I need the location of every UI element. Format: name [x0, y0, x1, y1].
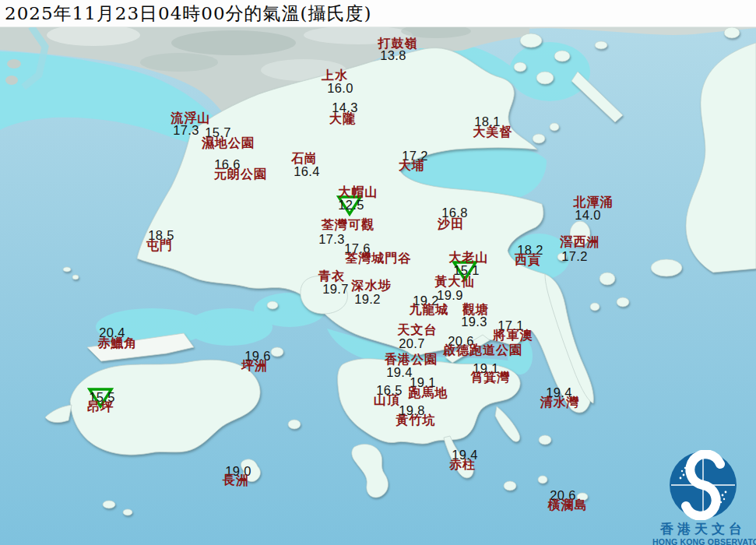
station-label: 石崗 — [291, 153, 318, 165]
station-label: 大埔 — [399, 160, 425, 172]
station-label: 昂坪 — [87, 401, 114, 413]
station-value: 19.7 — [322, 283, 348, 296]
station-label: 筲箕灣 — [471, 371, 511, 384]
hong-kong-map — [0, 0, 756, 545]
station-label: 黃大仙 — [435, 276, 475, 288]
station-label: 黃竹坑 — [396, 414, 436, 427]
station-label: 啟德跑道公園 — [443, 344, 522, 357]
station-value: 19.4 — [386, 366, 412, 379]
station-label: 屯門 — [146, 240, 173, 252]
station-label: 西貢 — [515, 254, 541, 266]
station-label: 荃灣可觀 — [322, 219, 374, 231]
station-label: 將軍澳 — [494, 329, 533, 342]
station-label: 天文台 — [398, 324, 438, 336]
station-label: 流浮山 — [171, 112, 211, 125]
station-label: 跑馬地 — [409, 387, 448, 399]
station-label: 打鼓嶺 — [378, 37, 418, 50]
hko-logo-name-en: HONG KONG OBSERVATORY — [652, 537, 754, 545]
station-value: 16.0 — [327, 82, 353, 95]
station-label: 沙田 — [438, 218, 464, 230]
station-value: 17.2 — [561, 250, 587, 263]
station-value: 14.0 — [575, 209, 600, 222]
station-label: 北潭涌 — [574, 196, 614, 209]
station-label: 青衣 — [318, 270, 345, 283]
station-value: 17.3 — [318, 233, 344, 246]
station-label: 山頂 — [374, 394, 400, 406]
map-svg — [0, 0, 756, 545]
station-label: 香港公園 — [385, 353, 438, 366]
station-label: 橫瀾島 — [548, 499, 588, 512]
station-value: 19.2 — [354, 293, 380, 306]
station-value: 16.4 — [294, 165, 319, 178]
station-label: 大隴 — [329, 113, 356, 125]
station-label: 上水 — [322, 69, 348, 82]
hko-logo: 香港天文台 HONG KONG OBSERVATORY — [652, 450, 754, 545]
station-label: 大帽山 — [339, 186, 378, 199]
station-label: 濕地公園 — [202, 137, 255, 149]
station-label: 觀塘 — [462, 304, 489, 316]
station-label: 荃灣城門谷 — [346, 252, 412, 265]
hko-logo-icon — [668, 450, 738, 520]
station-value: 13.8 — [380, 49, 406, 62]
temperature-map-screen: 2025年11月23日04時00分的氣溫(攝氏度) 13.8打鼓嶺16.0上水1… — [0, 0, 756, 545]
station-label: 赤柱 — [449, 459, 476, 471]
station-label: 滘西洲 — [561, 236, 600, 248]
hko-logo-name-cn: 香港天文台 — [652, 522, 754, 537]
station-value: 19.9 — [437, 289, 462, 302]
station-label: 長洲 — [223, 474, 249, 487]
station-label: 大老山 — [449, 251, 489, 264]
station-label: 坪洲 — [241, 360, 268, 372]
map-title: 2025年11月23日04時00分的氣溫(攝氏度) — [5, 2, 372, 26]
station-label: 九龍城 — [410, 304, 449, 316]
station-value: 12.5 — [338, 199, 364, 212]
station-label: 赤鱲角 — [98, 337, 138, 350]
station-value: 20.7 — [399, 337, 424, 350]
station-label: 元朗公園 — [214, 168, 267, 181]
title-bar: 2025年11月23日04時00分的氣溫(攝氏度) — [0, 0, 756, 27]
station-label: 深水埗 — [352, 280, 392, 292]
station-label: 清水灣 — [540, 396, 580, 409]
station-value: 19.3 — [461, 315, 487, 329]
station-label: 大美督 — [473, 126, 513, 139]
station-value: 17.3 — [173, 124, 199, 137]
